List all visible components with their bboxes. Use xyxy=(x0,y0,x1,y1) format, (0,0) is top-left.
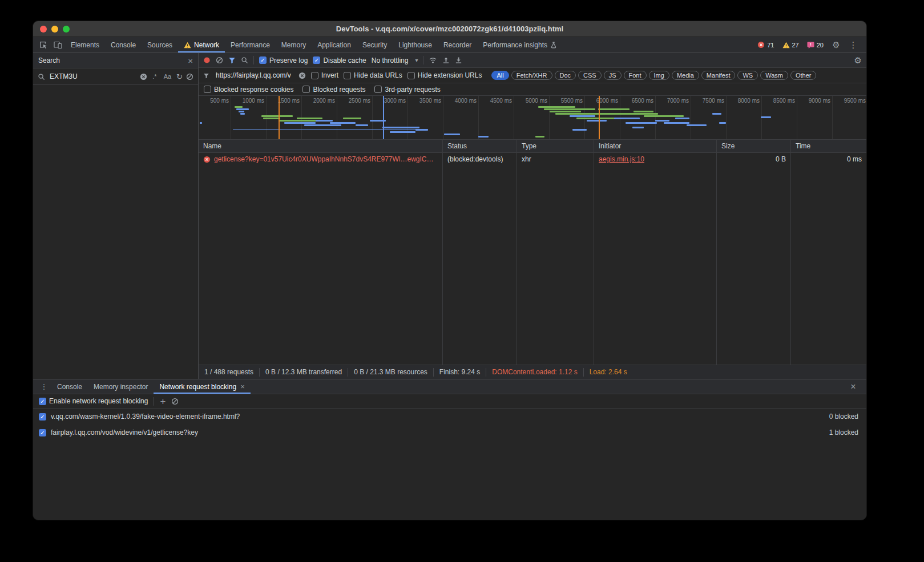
error-circle-icon xyxy=(757,41,765,48)
third-party-requests-checkbox[interactable] xyxy=(374,86,382,93)
filter-pill-doc[interactable]: Doc xyxy=(555,71,576,80)
blocked-response-cookies-row[interactable]: Blocked response cookies xyxy=(204,86,293,94)
clear-search-icon[interactable] xyxy=(140,73,147,80)
tab-lighthouse[interactable]: Lighthouse xyxy=(393,37,438,52)
column-header-initiator[interactable]: Initiator xyxy=(594,140,717,152)
clear-filter-icon[interactable] xyxy=(298,72,306,79)
tab-network[interactable]: Network xyxy=(178,37,225,52)
filter-pill-js[interactable]: JS xyxy=(604,71,622,80)
tab-memory[interactable]: Memory xyxy=(276,37,312,52)
preserve-log-checkbox-row[interactable]: Preserve log xyxy=(259,56,308,64)
filter-pill-all[interactable]: All xyxy=(491,71,509,80)
disable-cache-checkbox[interactable] xyxy=(313,56,320,64)
preserve-log-checkbox[interactable] xyxy=(259,56,267,64)
filter-pill-fetch-xhr[interactable]: Fetch/XHR xyxy=(511,71,552,80)
network-search-icon[interactable] xyxy=(241,56,248,64)
disable-cache-label: Disable cache xyxy=(323,56,366,64)
invert-checkbox[interactable] xyxy=(311,72,318,79)
drawer-tab-console[interactable]: Console xyxy=(51,379,88,394)
warning-triangle-icon xyxy=(184,42,191,48)
console-errors-badge[interactable]: 71 xyxy=(754,41,777,48)
overview-request-bar xyxy=(478,136,489,138)
tab-application[interactable]: Application xyxy=(312,37,357,52)
regex-toggle[interactable]: .* xyxy=(151,72,158,80)
hide-data-urls-checkbox-row[interactable]: Hide data URLs xyxy=(344,71,402,79)
more-options-icon[interactable]: ⋮ xyxy=(846,41,861,49)
third-party-requests-row[interactable]: 3rd-party requests xyxy=(374,86,440,94)
overview-tick-label: 8000 ms xyxy=(720,98,760,104)
overview-request-bar xyxy=(570,115,595,117)
filter-funnel-icon[interactable] xyxy=(228,56,236,64)
column-header-size[interactable]: Size xyxy=(717,140,791,152)
zoom-window-button[interactable] xyxy=(63,26,70,33)
network-conditions-icon[interactable] xyxy=(429,56,437,64)
filter-pill-css[interactable]: CSS xyxy=(578,71,602,80)
filter-pill-other[interactable]: Other xyxy=(790,71,817,80)
close-window-button[interactable] xyxy=(40,26,47,33)
blocked-requests-row[interactable]: Blocked requests xyxy=(302,86,365,94)
drawer-menu-icon[interactable]: ⋮ xyxy=(37,379,51,394)
invert-checkbox-row[interactable]: Invert xyxy=(311,71,338,79)
issues-badge[interactable]: 20 xyxy=(804,41,826,48)
pattern-enabled-checkbox[interactable] xyxy=(39,413,46,421)
blocked-pattern-row[interactable]: fairplay.l.qq.com/vod/widevine/v1/getlic… xyxy=(33,424,866,440)
tab-elements[interactable]: Elements xyxy=(65,37,105,52)
console-warnings-badge[interactable]: 27 xyxy=(780,42,802,48)
titlebar[interactable]: DevTools - v.qq.com/x/cover/mzc0020072zg… xyxy=(33,21,866,37)
export-har-icon[interactable] xyxy=(442,56,450,64)
search-input[interactable] xyxy=(49,72,136,81)
import-har-icon[interactable] xyxy=(455,56,462,64)
inspect-element-icon[interactable] xyxy=(35,37,50,52)
enable-request-blocking-row[interactable]: Enable network request blocking xyxy=(39,397,148,405)
drawer-close-icon[interactable]: × xyxy=(846,379,861,394)
add-pattern-icon[interactable]: + xyxy=(160,397,166,406)
filter-pill-wasm[interactable]: Wasm xyxy=(760,71,788,80)
device-toolbar-icon[interactable] xyxy=(50,37,65,52)
match-case-toggle[interactable]: Aa xyxy=(162,72,173,80)
hide-extension-urls-checkbox-row[interactable]: Hide extension URLs xyxy=(407,71,482,79)
remove-all-patterns-icon[interactable] xyxy=(171,398,179,405)
pattern-enabled-checkbox[interactable] xyxy=(39,429,46,436)
blocked-pattern-row[interactable]: v.qq.com/wasm-kernel/1.0.39/fake-video-e… xyxy=(33,409,866,424)
record-network-log-icon[interactable] xyxy=(203,56,211,64)
tab-performance[interactable]: Performance xyxy=(225,37,276,52)
clear-search-results-icon[interactable] xyxy=(186,73,193,80)
tab-sources[interactable]: Sources xyxy=(142,37,178,52)
filter-pill-media[interactable]: Media xyxy=(672,71,699,80)
request-name-cell[interactable]: getlicense?key=01v57Uic4r0XUWppaIhNnhS7d… xyxy=(199,153,443,165)
drawer-tab-network-request-blocking[interactable]: Network request blocking × xyxy=(154,379,250,394)
drawer-tab-memory-inspector[interactable]: Memory inspector xyxy=(88,379,154,394)
minimize-window-button[interactable] xyxy=(51,26,58,33)
settings-gear-icon[interactable]: ⚙ xyxy=(829,41,844,49)
table-row[interactable]: getlicense?key=01v57Uic4r0XUWppaIhNnhS7d… xyxy=(199,153,866,165)
filter-pill-ws[interactable]: WS xyxy=(737,71,758,80)
search-panel: Search × .* Aa ↻ xyxy=(33,53,199,379)
network-filter-input[interactable] xyxy=(215,71,296,80)
hide-data-urls-checkbox[interactable] xyxy=(344,72,351,79)
enable-request-blocking-checkbox[interactable] xyxy=(39,398,46,405)
filter-pill-manifest[interactable]: Manifest xyxy=(701,71,736,80)
tab-console[interactable]: Console xyxy=(105,37,142,52)
network-overview[interactable]: 500 ms1000 ms1500 ms2000 ms2500 ms3000 m… xyxy=(199,96,866,140)
tab-security[interactable]: Security xyxy=(357,37,393,52)
tab-recorder[interactable]: Recorder xyxy=(438,37,477,52)
refresh-search-icon[interactable]: ↻ xyxy=(176,73,183,80)
blocked-requests-checkbox[interactable] xyxy=(302,86,310,93)
column-header-type[interactable]: Type xyxy=(517,140,594,152)
disable-cache-checkbox-row[interactable]: Disable cache xyxy=(313,56,366,64)
filter-pill-img[interactable]: Img xyxy=(649,71,669,80)
column-header-name[interactable]: Name xyxy=(199,140,443,152)
throttling-dropdown[interactable]: No throttling ▾ xyxy=(372,56,418,64)
search-close-icon[interactable]: × xyxy=(188,56,193,66)
blocked-response-cookies-checkbox[interactable] xyxy=(204,86,211,93)
initiator-link[interactable]: aegis.min.js:10 xyxy=(599,155,644,163)
tab-label: Console xyxy=(111,41,136,49)
hide-extension-urls-checkbox[interactable] xyxy=(407,72,415,79)
network-settings-gear-icon[interactable]: ⚙ xyxy=(854,56,862,64)
drawer-tab-close-icon[interactable]: × xyxy=(240,382,245,391)
filter-pill-font[interactable]: Font xyxy=(624,71,647,80)
column-header-time[interactable]: Time xyxy=(791,140,866,152)
tab-performance-insights[interactable]: Performance insights xyxy=(477,37,563,52)
clear-network-log-icon[interactable] xyxy=(216,56,223,64)
column-header-status[interactable]: Status xyxy=(443,140,517,152)
